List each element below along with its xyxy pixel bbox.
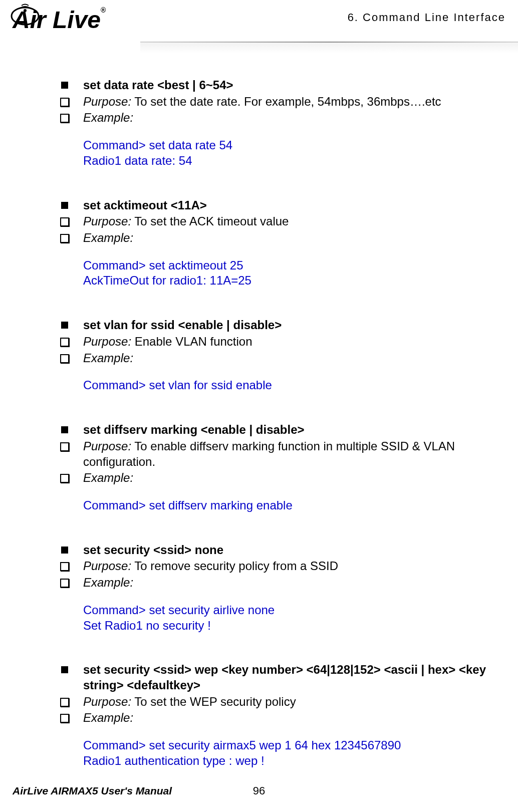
example-label: Example: bbox=[83, 575, 504, 591]
bullet-box-icon bbox=[60, 470, 83, 483]
command-line: Radio1 data rate: 54 bbox=[83, 153, 504, 169]
command-line: Radio1 authentication type : wep ! bbox=[83, 753, 504, 769]
header-divider-shadow bbox=[140, 43, 518, 53]
section-title: set data rate <best | 6~54> bbox=[83, 78, 504, 93]
bullet-box-icon bbox=[60, 94, 83, 107]
bullet-square-icon bbox=[60, 198, 83, 209]
bullet-square-icon bbox=[60, 662, 83, 673]
cli-section: set security <ssid> wep <key number> <64… bbox=[60, 662, 504, 768]
bullet-box-icon bbox=[60, 110, 83, 123]
command-line: Command> set diffserv marking enable bbox=[83, 498, 504, 513]
bullet-box-icon bbox=[60, 334, 83, 347]
purpose-line: Purpose: To set the date rate. For examp… bbox=[83, 94, 504, 110]
logo-swoosh-icon bbox=[10, 1, 40, 26]
bullet-box-icon bbox=[60, 710, 83, 723]
chapter-header: 6. Command Line Interface bbox=[348, 11, 505, 24]
airlive-logo: Air Live® bbox=[13, 6, 106, 34]
page-footer: AirLive AIRMAX5 User's Manual 96 bbox=[13, 785, 505, 797]
command-line: Command> set security airlive none bbox=[83, 603, 504, 618]
purpose-line: Purpose: To set the ACK timeout value bbox=[83, 214, 504, 229]
bullet-square-icon bbox=[60, 78, 83, 89]
svg-point-1 bbox=[24, 9, 27, 12]
example-label: Example: bbox=[83, 230, 504, 246]
section-title: set security <ssid> wep <key number> <64… bbox=[83, 662, 504, 693]
content-body: set data rate <best | 6~54> Purpose: To … bbox=[60, 78, 504, 798]
command-block: Command> set diffserv marking enable bbox=[83, 498, 504, 513]
bullet-box-icon bbox=[60, 575, 83, 588]
bullet-square-icon bbox=[60, 318, 83, 329]
command-line: Command> set vlan for ssid enable bbox=[83, 378, 504, 393]
command-block: Command> set security airlive none Set R… bbox=[83, 603, 504, 633]
bullet-box-icon bbox=[60, 694, 83, 707]
command-block: Command> set data rate 54 Radio1 data ra… bbox=[83, 138, 504, 168]
purpose-line: Purpose: Enable VLAN function bbox=[83, 334, 504, 350]
header-divider bbox=[140, 42, 518, 43]
section-title: set vlan for ssid <enable | disable> bbox=[83, 318, 504, 333]
example-label: Example: bbox=[83, 110, 504, 126]
command-line: Command> set acktimeout 25 bbox=[83, 258, 504, 274]
command-block: Command> set acktimeout 25 AckTimeOut fo… bbox=[83, 258, 504, 289]
purpose-line: Purpose: To enable diffserv marking func… bbox=[83, 439, 504, 469]
example-label: Example: bbox=[83, 470, 504, 486]
example-label: Example: bbox=[83, 351, 504, 366]
manual-title: AirLive AIRMAX5 User's Manual bbox=[13, 785, 172, 797]
cli-section: set acktimeout <11A> Purpose: To set the… bbox=[60, 198, 504, 289]
command-line: Command> set security airmax5 wep 1 64 h… bbox=[83, 738, 504, 753]
purpose-line: Purpose: To set the WEP security policy bbox=[83, 694, 504, 710]
command-line: Set Radio1 no security ! bbox=[83, 618, 504, 634]
section-title: set diffserv marking <enable | disable> bbox=[83, 422, 504, 438]
cli-section: set diffserv marking <enable | disable> … bbox=[60, 422, 504, 513]
bullet-box-icon bbox=[60, 559, 83, 571]
bullet-box-icon bbox=[60, 230, 83, 243]
cli-section: set vlan for ssid <enable | disable> Pur… bbox=[60, 318, 504, 393]
cli-section: set data rate <best | 6~54> Purpose: To … bbox=[60, 78, 504, 169]
bullet-box-icon bbox=[60, 351, 83, 363]
bullet-box-icon bbox=[60, 214, 83, 226]
logo-reg-icon: ® bbox=[101, 6, 106, 14]
bullet-square-icon bbox=[60, 543, 83, 554]
command-line: AckTimeOut for radio1: 11A=25 bbox=[83, 273, 504, 289]
purpose-line: Purpose: To remove security policy from … bbox=[83, 559, 504, 574]
bullet-square-icon bbox=[60, 422, 83, 433]
bullet-box-icon bbox=[60, 439, 83, 451]
example-label: Example: bbox=[83, 710, 504, 726]
command-block: Command> set security airmax5 wep 1 64 h… bbox=[83, 738, 504, 768]
cli-section: set security <ssid> none Purpose: To rem… bbox=[60, 543, 504, 634]
section-title: set security <ssid> none bbox=[83, 543, 504, 558]
section-title: set acktimeout <11A> bbox=[83, 198, 504, 213]
page-number: 96 bbox=[253, 784, 265, 797]
document-page: 6. Command Line Interface Air Live® set … bbox=[0, 0, 518, 812]
command-block: Command> set vlan for ssid enable bbox=[83, 378, 504, 393]
command-line: Command> set data rate 54 bbox=[83, 138, 504, 153]
